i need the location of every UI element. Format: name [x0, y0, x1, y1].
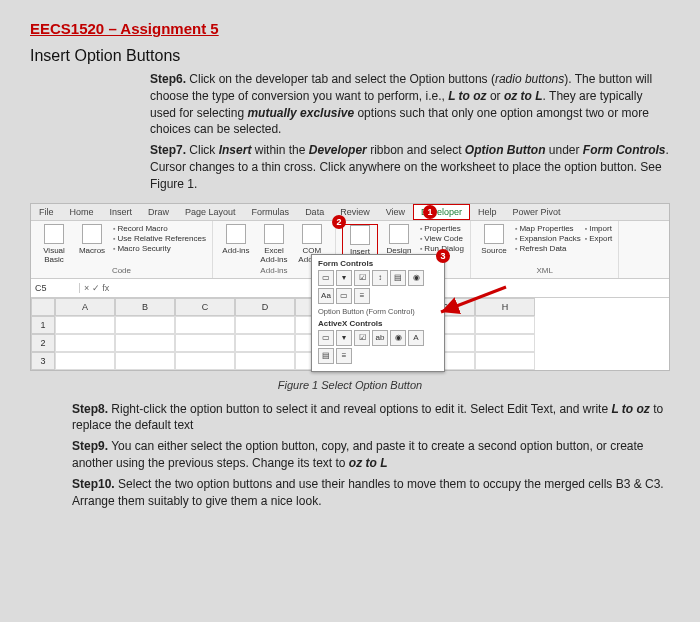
import-button[interactable]: Import — [585, 224, 613, 233]
step7-ob: Option Button — [465, 143, 546, 157]
excel-addins-icon — [264, 224, 284, 244]
addins-button[interactable]: Add-ins — [219, 224, 253, 255]
tab-power-pivot[interactable]: Power Pivot — [505, 204, 569, 220]
step7-t1: Click — [189, 143, 218, 157]
cell[interactable] — [475, 352, 535, 370]
corner[interactable] — [31, 298, 55, 316]
insert-controls-button[interactable]: Insert — [342, 224, 378, 257]
cell[interactable] — [55, 352, 115, 370]
form-controls-title: Form Controls — [318, 259, 438, 268]
form-option-button-icon[interactable]: ◉ — [408, 270, 424, 286]
activex-icon[interactable]: ab — [372, 330, 388, 346]
step7-label: Step7. — [150, 143, 186, 157]
col-b[interactable]: B — [115, 298, 175, 316]
cell[interactable] — [55, 334, 115, 352]
design-icon — [389, 224, 409, 244]
step7-fc: Form Controls — [583, 143, 666, 157]
properties-button[interactable]: Properties — [420, 224, 464, 233]
col-c[interactable]: C — [175, 298, 235, 316]
step8-t1: Right-click the option button to select … — [111, 402, 611, 416]
activex-controls-grid: ▭ ▾ ☑ ab ◉ A ▤ ≡ — [318, 330, 438, 364]
source-label: Source — [481, 246, 506, 255]
cell[interactable] — [115, 352, 175, 370]
view-code-button[interactable]: View Code — [420, 234, 464, 243]
excel-addins-label: Excel Add-ins — [257, 246, 291, 264]
use-relative-refs[interactable]: Use Relative References — [113, 234, 206, 243]
macros-label: Macros — [79, 246, 105, 255]
form-controls-grid: ▭ ▾ ☑ ↕ ▤ ◉ Aa ▭ ≡ — [318, 270, 438, 304]
map-properties[interactable]: Map Properties — [515, 224, 581, 233]
source-icon — [484, 224, 504, 244]
tab-view[interactable]: View — [378, 204, 413, 220]
section-heading: Insert Option Buttons — [30, 47, 670, 65]
activex-icon[interactable]: ≡ — [336, 348, 352, 364]
visual-basic-label: Visual Basic — [37, 246, 71, 264]
xml-group-label: XML — [477, 266, 612, 275]
form-checkbox-icon[interactable]: ☑ — [354, 270, 370, 286]
form-group-icon[interactable]: Aa — [318, 288, 334, 304]
tab-insert[interactable]: Insert — [102, 204, 141, 220]
activex-icon[interactable]: ▤ — [318, 348, 334, 364]
step6-or: or — [487, 89, 504, 103]
tab-data[interactable]: Data — [297, 204, 332, 220]
form-list-icon[interactable]: ▤ — [390, 270, 406, 286]
refresh-data[interactable]: Refresh Data — [515, 244, 581, 253]
step7-t2: within the — [251, 143, 308, 157]
addins-label: Add-ins — [222, 246, 249, 255]
export-button[interactable]: Export — [585, 234, 613, 243]
expansion-packs[interactable]: Expansion Packs — [515, 234, 581, 243]
activex-icon[interactable]: A — [408, 330, 424, 346]
row-1[interactable]: 1 — [31, 316, 55, 334]
tab-page-layout[interactable]: Page Layout — [177, 204, 244, 220]
col-d[interactable]: D — [235, 298, 295, 316]
cell[interactable] — [235, 334, 295, 352]
fx-controls[interactable]: × ✓ fx — [80, 283, 113, 293]
cell[interactable] — [175, 352, 235, 370]
callout-3: 3 — [436, 249, 450, 263]
row-headers: 1 2 3 — [31, 298, 55, 370]
option-button-tooltip: Option Button (Form Control) — [318, 307, 438, 316]
macro-security[interactable]: Macro Security — [113, 244, 206, 253]
cell[interactable] — [175, 316, 235, 334]
name-box[interactable]: C5 — [31, 283, 80, 293]
insert-icon — [350, 225, 370, 245]
step6-label: Step6. — [150, 72, 186, 86]
form-button-icon[interactable]: ▭ — [318, 270, 334, 286]
arrow-icon — [436, 282, 516, 324]
row-3[interactable]: 3 — [31, 352, 55, 370]
cell[interactable] — [115, 316, 175, 334]
cell[interactable] — [55, 316, 115, 334]
activex-icon[interactable]: ▾ — [336, 330, 352, 346]
cell[interactable] — [235, 316, 295, 334]
tab-help[interactable]: Help — [470, 204, 505, 220]
tab-developer[interactable]: Developer — [413, 204, 470, 220]
cell[interactable] — [475, 334, 535, 352]
tab-home[interactable]: Home — [62, 204, 102, 220]
activex-icon[interactable]: ☑ — [354, 330, 370, 346]
cell[interactable] — [175, 334, 235, 352]
step8-ltooz: L to oz — [611, 402, 649, 416]
com-addins-icon — [302, 224, 322, 244]
tab-draw[interactable]: Draw — [140, 204, 177, 220]
page-title: EECS1520 – Assignment 5 — [30, 20, 670, 37]
col-a[interactable]: A — [55, 298, 115, 316]
form-combo-icon[interactable]: ▾ — [336, 270, 352, 286]
cell[interactable] — [235, 352, 295, 370]
group-xml: Source Map Properties Expansion Packs Re… — [471, 221, 619, 278]
form-label-icon[interactable]: ▭ — [336, 288, 352, 304]
activex-icon[interactable]: ◉ — [390, 330, 406, 346]
source-button[interactable]: Source — [477, 224, 511, 255]
tab-file[interactable]: File — [31, 204, 62, 220]
cell[interactable] — [115, 334, 175, 352]
row-2[interactable]: 2 — [31, 334, 55, 352]
macros-button[interactable]: Macros — [75, 224, 109, 255]
form-scroll-icon[interactable]: ≡ — [354, 288, 370, 304]
excel-addins-button[interactable]: Excel Add-ins — [257, 224, 291, 264]
activex-icon[interactable]: ▭ — [318, 330, 334, 346]
addins-icon — [226, 224, 246, 244]
record-macro[interactable]: Record Macro — [113, 224, 206, 233]
step7: Step7. Click Insert within the Developer… — [150, 142, 670, 192]
form-spin-icon[interactable]: ↕ — [372, 270, 388, 286]
tab-formulas[interactable]: Formulas — [244, 204, 298, 220]
visual-basic-button[interactable]: Visual Basic — [37, 224, 71, 264]
